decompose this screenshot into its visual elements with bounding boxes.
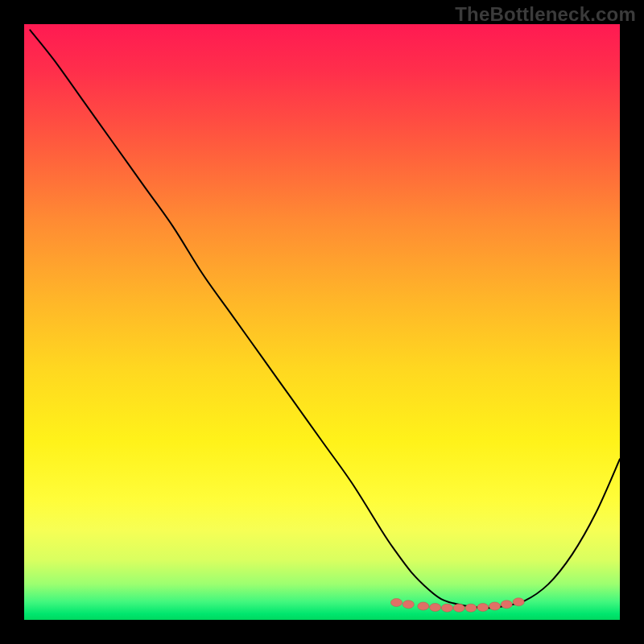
optimal-markers	[391, 598, 525, 612]
optimal-marker-dot	[453, 604, 464, 612]
optimal-marker-dot	[441, 604, 452, 612]
curve-layer	[24, 24, 620, 620]
bottleneck-curve	[30, 30, 620, 608]
optimal-marker-dot	[402, 601, 414, 609]
optimal-marker-dot	[513, 598, 524, 606]
optimal-marker-dot	[418, 602, 429, 610]
optimal-marker-dot	[489, 602, 501, 610]
watermark-text: TheBottleneck.com	[455, 3, 636, 26]
optimal-marker-dot	[477, 604, 489, 612]
optimal-marker-dot	[391, 599, 402, 607]
optimal-marker-dot	[430, 604, 441, 612]
optimal-marker-dot	[465, 604, 477, 612]
optimal-marker-dot	[501, 601, 512, 609]
chart-frame: TheBottleneck.com	[0, 0, 644, 644]
plot-area	[24, 24, 620, 620]
